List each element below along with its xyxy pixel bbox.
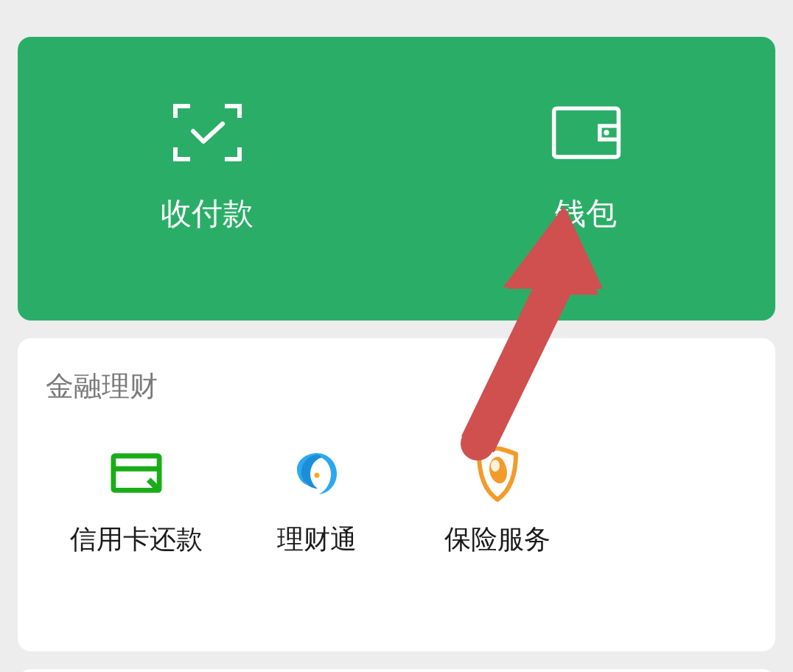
credit-card-repay-button[interactable]: 信用卡还款 bbox=[46, 449, 226, 558]
pay-receive-label: 收付款 bbox=[161, 193, 254, 234]
credit-card-icon bbox=[111, 449, 162, 500]
finance-section-title: 金融理财 bbox=[46, 368, 747, 405]
licaitong-icon bbox=[291, 449, 343, 500]
credit-card-repay-label: 信用卡还款 bbox=[70, 522, 203, 558]
finance-section-card: 金融理财 信用卡还款 bbox=[18, 338, 775, 651]
wallet-label: 钱包 bbox=[555, 193, 617, 234]
wallet-icon bbox=[551, 103, 621, 162]
wallet-button[interactable]: 钱包 bbox=[396, 103, 775, 234]
pay-receive-button[interactable]: 收付款 bbox=[18, 103, 396, 234]
insurance-button[interactable]: 保险服务 bbox=[407, 449, 587, 558]
svg-point-1 bbox=[604, 130, 609, 135]
licaitong-label: 理财通 bbox=[277, 522, 357, 558]
svg-point-4 bbox=[314, 473, 319, 478]
top-payment-card: 收付款 钱包 bbox=[18, 37, 775, 321]
next-section-card bbox=[18, 669, 775, 672]
insurance-label: 保险服务 bbox=[444, 522, 551, 558]
licaitong-button[interactable]: 理财通 bbox=[226, 449, 407, 558]
insurance-icon bbox=[472, 449, 523, 500]
svg-point-5 bbox=[491, 460, 500, 472]
scan-pay-icon bbox=[172, 103, 242, 162]
services-row: 信用卡还款 理财通 保险服务 bbox=[46, 449, 747, 558]
